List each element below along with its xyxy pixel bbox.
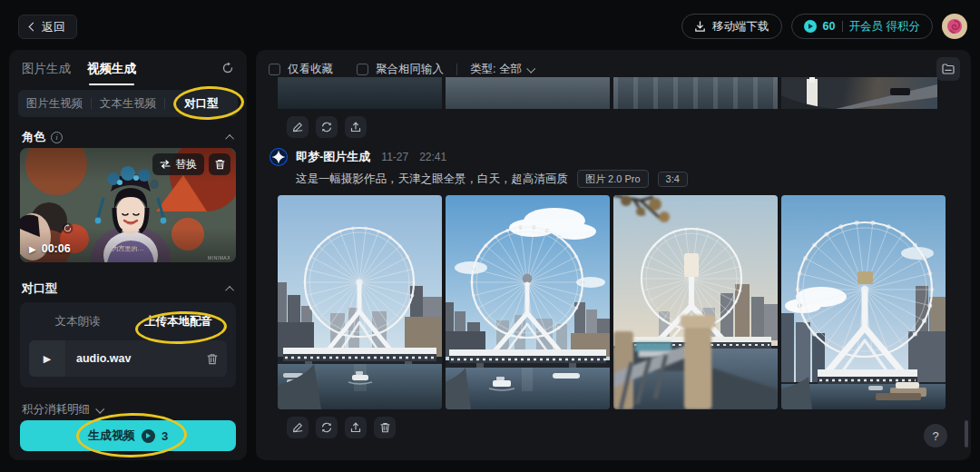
jimeng-logo-icon — [269, 147, 289, 167]
avatar[interactable] — [942, 14, 967, 39]
subtab-image-to-video[interactable]: 图片生视频 — [18, 96, 91, 112]
previous-image[interactable] — [446, 77, 610, 109]
mobile-download-button[interactable]: 移动端下载 — [681, 14, 782, 39]
filter-bar: 仅看收藏 聚合相同输入 类型: 全部 — [269, 62, 534, 77]
tab-image-generation[interactable]: 图片生成 — [22, 61, 71, 85]
model-tag: 图片 2.0 Pro — [577, 170, 649, 188]
rose-avatar-icon — [946, 17, 964, 35]
generate-label: 生成视频 — [88, 428, 135, 444]
type-filter-label: 类型: 全部 — [470, 62, 522, 77]
regenerate-button[interactable] — [316, 116, 338, 138]
audio-file-name: audio.wav — [76, 352, 131, 365]
replace-label: 替换 — [175, 157, 197, 172]
trash-icon — [207, 353, 218, 365]
info-icon[interactable]: i — [51, 132, 63, 143]
entry-actions — [287, 417, 396, 438]
refresh-icon — [321, 422, 332, 433]
previous-image[interactable] — [781, 77, 937, 109]
collapse-lipsync-icon[interactable] — [225, 285, 234, 294]
delete-role-button[interactable] — [209, 153, 230, 175]
video-watermark: MINIMAX — [208, 255, 230, 261]
upload-icon — [350, 422, 361, 433]
credit-cost-icon — [142, 429, 155, 443]
mobile-download-label: 移动端下载 — [712, 19, 769, 34]
generate-cost: 3 — [162, 429, 168, 443]
prompt-text: 这是一幅摄影作品，天津之眼全景，白天，超高清画质 — [296, 172, 568, 187]
ratio-tag: 3:4 — [658, 172, 688, 187]
reset-icon[interactable] — [221, 62, 234, 85]
back-label: 返回 — [42, 19, 65, 35]
sidebar-panel: 图片生成 视频生成 图片生视频 文本生视频 对口型 角色 i — [9, 50, 247, 460]
role-title: 角色 — [22, 129, 45, 145]
trash-icon — [380, 422, 390, 433]
help-label: ? — [932, 429, 938, 443]
delete-button[interactable] — [374, 417, 396, 438]
share-button[interactable] — [345, 116, 367, 138]
back-button[interactable]: 返回 — [18, 15, 77, 39]
lipsync-card: 文本朗读 上传本地配音 ▶ audio.wav — [20, 302, 236, 388]
pencil-icon — [292, 122, 303, 133]
generated-image-grid — [278, 195, 946, 409]
upload-icon — [350, 122, 361, 133]
scrollbar-thumb[interactable] — [965, 420, 968, 447]
history-panel: 仅看收藏 聚合相同输入 类型: 全部 — [256, 50, 971, 460]
trash-icon — [215, 159, 225, 170]
role-section-header: 角色 i — [22, 129, 234, 145]
generation-entry-header: 即梦-图片生成 11-27 22:41 — [269, 147, 446, 167]
delete-audio-button[interactable] — [207, 353, 218, 365]
favorites-label: 仅看收藏 — [288, 62, 333, 77]
generated-image-1[interactable] — [278, 195, 442, 409]
tab-text-reading[interactable]: 文本朗读 — [27, 314, 128, 329]
tab-upload-local-audio[interactable]: 上传本地配音 — [128, 314, 229, 329]
subtab-lip-sync[interactable]: 对口型 — [165, 96, 238, 112]
refresh-icon — [321, 122, 332, 133]
entry-time: 22:41 — [419, 151, 446, 163]
previous-row-actions — [287, 116, 367, 138]
replace-role-button[interactable]: 替换 — [152, 153, 204, 175]
credits-detail-label: 积分消耗明细 — [22, 402, 90, 418]
loop-icon — [62, 221, 74, 238]
favorites-checkbox[interactable] — [269, 64, 280, 75]
role-video-thumbnail[interactable]: 替换 ▶ 00:06 为宫里的… MINIMAX — [20, 148, 236, 262]
download-icon — [694, 21, 706, 33]
entry-date: 11-27 — [381, 151, 408, 163]
membership-label: 开会员 得积分 — [849, 19, 920, 34]
previous-generation-row — [278, 77, 937, 109]
audio-play-button[interactable]: ▶ — [29, 340, 65, 377]
type-filter-dropdown[interactable]: 类型: 全部 — [470, 62, 534, 77]
help-button[interactable]: ? — [924, 424, 947, 447]
app-window: 返回 移动端下载 60 开会员 得积分 图片生成 视频生成 — [0, 0, 980, 472]
credits-membership-pill[interactable]: 60 开会员 得积分 — [791, 14, 933, 39]
pencil-icon — [292, 422, 303, 433]
edit-button[interactable] — [287, 417, 309, 438]
asset-folder-button[interactable] — [936, 57, 960, 81]
credit-coin-icon — [804, 20, 817, 33]
previous-image[interactable] — [613, 77, 778, 109]
folder-icon — [942, 64, 955, 74]
credits-detail-toggle[interactable]: 积分消耗明细 — [22, 402, 103, 418]
group-same-input-checkbox[interactable] — [357, 64, 368, 75]
share-button[interactable] — [345, 417, 367, 438]
chevron-down-icon — [95, 405, 104, 414]
previous-image[interactable] — [278, 77, 442, 109]
credit-balance: 60 — [823, 20, 836, 33]
generated-image-4[interactable] — [781, 195, 946, 409]
generate-video-button[interactable]: 生成视频 3 — [20, 420, 236, 451]
generated-image-3[interactable] — [613, 195, 778, 409]
swap-icon — [160, 160, 171, 169]
lipsync-title: 对口型 — [22, 280, 57, 297]
mode-tabs: 图片生成 视频生成 — [22, 61, 234, 85]
collapse-role-icon[interactable] — [225, 133, 234, 143]
edit-button[interactable] — [287, 116, 309, 138]
subtab-text-to-video[interactable]: 文本生视频 — [92, 96, 164, 112]
regenerate-button[interactable] — [316, 417, 338, 438]
video-subtitle: 为宫里的… — [20, 244, 236, 253]
tab-video-generation[interactable]: 视频生成 — [87, 61, 136, 85]
lipsync-section-header: 对口型 — [22, 280, 234, 297]
group-same-input-label: 聚合相同输入 — [376, 62, 444, 77]
generated-image-2[interactable] — [446, 195, 610, 409]
lipsync-tabs: 文本朗读 上传本地配音 — [27, 310, 229, 333]
generation-entry-meta: 这是一幅摄影作品，天津之眼全景，白天，超高清画质 图片 2.0 Pro 3:4 — [296, 170, 688, 188]
video-subtabs: 图片生视频 文本生视频 对口型 — [18, 90, 238, 117]
chevron-down-icon — [526, 64, 535, 74]
